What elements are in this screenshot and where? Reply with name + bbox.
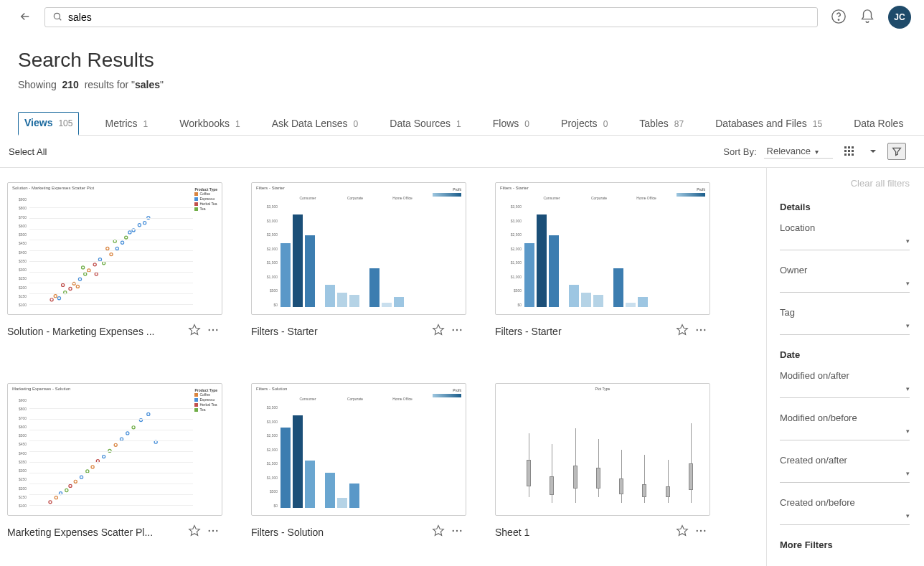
favorite-icon[interactable] <box>429 523 448 541</box>
svg-point-69 <box>216 530 217 532</box>
svg-point-73 <box>697 530 698 532</box>
filter-created-before-select[interactable] <box>780 512 910 525</box>
more-icon[interactable] <box>692 322 710 340</box>
svg-point-40 <box>212 329 214 331</box>
thumbnail: Plot Type <box>495 383 710 516</box>
svg-point-67 <box>209 530 210 532</box>
tab-workbooks[interactable]: Workbooks1 <box>174 113 245 135</box>
svg-point-75 <box>704 530 705 532</box>
result-tabs: Views105 Metrics1 Workbooks1 Ask Data Le… <box>18 112 924 136</box>
card-title: Marketing Expenses Scatter Pl... <box>7 527 185 538</box>
result-card[interactable]: Filters - Solution Profit ConsumerCorpor… <box>251 383 466 555</box>
favorite-icon[interactable] <box>185 322 204 340</box>
svg-point-74 <box>700 530 702 532</box>
more-icon[interactable] <box>204 322 222 340</box>
filter-label-tag: Tag <box>780 307 910 318</box>
favorite-icon[interactable] <box>185 523 204 541</box>
search-input[interactable] <box>68 11 810 23</box>
filter-label-owner: Owner <box>780 265 910 275</box>
filter-mod-before-select[interactable] <box>780 428 910 440</box>
help-icon[interactable] <box>831 9 847 27</box>
results-summary: Showing 210 results for "sales" <box>18 79 924 90</box>
results-grid: Solution - Marketing Expenses Scatter Pl… <box>0 168 766 566</box>
tab-metrics[interactable]: Metrics1 <box>99 113 154 135</box>
filter-section-details: Details <box>780 202 910 212</box>
svg-point-47 <box>704 329 705 331</box>
result-card[interactable]: Marketing Expenses - Solution Product Ty… <box>7 383 222 555</box>
filter-owner-select[interactable] <box>780 280 910 293</box>
svg-point-2 <box>838 19 839 19</box>
card-title: Sheet 1 <box>495 527 673 538</box>
result-card[interactable]: Filters - Starter Profit ConsumerCorpora… <box>495 182 710 354</box>
tab-views[interactable]: Views105 <box>18 112 79 136</box>
filter-label-mod-after: Modified on/after <box>780 370 910 381</box>
view-dropdown-icon[interactable] <box>866 145 880 158</box>
tab-ask-data-lenses[interactable]: Ask Data Lenses0 <box>266 113 364 135</box>
filter-location-select[interactable] <box>780 237 910 250</box>
bell-icon[interactable] <box>859 9 875 27</box>
filter-label-created-after: Created on/after <box>780 455 910 466</box>
svg-point-43 <box>456 329 458 331</box>
filter-created-after-select[interactable] <box>780 470 910 483</box>
sort-by-select[interactable]: Relevance <box>764 144 833 159</box>
filter-label-mod-before: Modified on/before <box>780 412 910 423</box>
card-title: Filters - Starter <box>251 326 429 337</box>
more-icon[interactable] <box>204 523 222 541</box>
more-icon[interactable] <box>692 523 710 541</box>
svg-rect-5 <box>852 146 854 148</box>
filter-label-created-before: Created on/before <box>780 497 910 508</box>
clear-filters-button[interactable]: Clear all filters <box>780 178 910 189</box>
svg-point-44 <box>460 329 461 331</box>
card-title: Solution - Marketing Expenses ... <box>7 326 185 337</box>
filter-tag-select[interactable] <box>780 322 910 335</box>
svg-point-42 <box>453 329 454 331</box>
thumbnail: Filters - Starter Profit ConsumerCorpora… <box>251 182 466 315</box>
tab-databases-files[interactable]: Databases and Files15 <box>710 113 828 135</box>
search-field[interactable] <box>44 7 818 27</box>
thumbnail: Filters - Starter Profit ConsumerCorpora… <box>495 182 710 315</box>
user-avatar[interactable]: JC <box>888 6 911 29</box>
svg-rect-7 <box>848 150 850 152</box>
svg-point-68 <box>212 530 214 532</box>
svg-rect-4 <box>848 146 850 148</box>
tab-data-roles[interactable]: Data Roles <box>848 113 909 135</box>
more-icon[interactable] <box>448 523 466 541</box>
svg-rect-3 <box>844 146 847 148</box>
filter-section-date: Date <box>780 349 910 360</box>
svg-rect-10 <box>848 154 850 156</box>
card-title: Filters - Starter <box>495 326 673 337</box>
svg-point-39 <box>209 329 210 331</box>
svg-point-71 <box>456 530 458 532</box>
grid-view-icon[interactable] <box>840 143 859 160</box>
filter-section-more: More Filters <box>780 539 910 550</box>
svg-point-41 <box>216 329 217 331</box>
favorite-icon[interactable] <box>673 523 692 541</box>
tab-tables[interactable]: Tables87 <box>633 113 689 135</box>
svg-rect-8 <box>852 150 854 152</box>
svg-rect-6 <box>844 150 847 152</box>
result-card[interactable]: Plot Type Sheet 1 <box>495 383 710 555</box>
select-all-button[interactable]: Select All <box>9 146 47 157</box>
more-icon[interactable] <box>448 322 466 340</box>
back-button[interactable] <box>19 10 32 25</box>
filter-mod-after-select[interactable] <box>780 385 910 398</box>
svg-point-46 <box>700 329 702 331</box>
favorite-icon[interactable] <box>429 322 448 340</box>
thumbnail: Filters - Solution Profit ConsumerCorpor… <box>251 383 466 516</box>
svg-rect-9 <box>844 154 847 156</box>
thumbnail: Marketing Expenses - Solution Product Ty… <box>7 383 222 516</box>
tab-data-sources[interactable]: Data Sources1 <box>384 113 467 135</box>
search-icon <box>52 11 62 24</box>
svg-rect-11 <box>852 154 854 156</box>
filter-panel: Clear all filters Details Location Owner… <box>766 168 924 566</box>
tab-flows[interactable]: Flows0 <box>487 113 535 135</box>
favorite-icon[interactable] <box>673 322 692 340</box>
page-title: Search Results <box>18 49 924 72</box>
result-card[interactable]: Filters - Starter Profit ConsumerCorpora… <box>251 182 466 354</box>
filter-toggle-icon[interactable] <box>887 143 906 160</box>
filter-label-location: Location <box>780 222 910 233</box>
svg-point-72 <box>460 530 461 532</box>
result-card[interactable]: Solution - Marketing Expenses Scatter Pl… <box>7 182 222 354</box>
svg-point-70 <box>453 530 454 532</box>
tab-projects[interactable]: Projects0 <box>555 113 613 135</box>
